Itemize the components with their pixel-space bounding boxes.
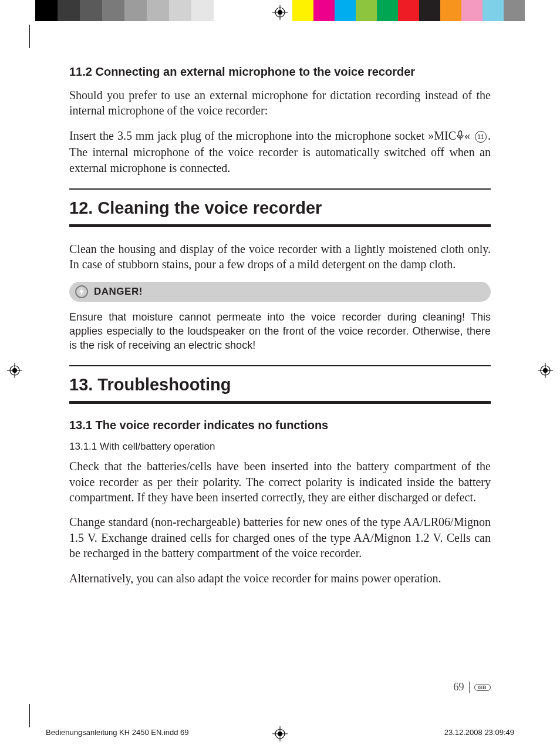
divider-thick [69, 224, 491, 227]
language-badge: GB [474, 684, 491, 691]
registration-mark-icon [538, 363, 553, 378]
divider-thin [69, 188, 491, 190]
swatch [147, 0, 169, 21]
swatch [292, 0, 313, 21]
danger-text: Ensure that moisture cannot permeate int… [69, 310, 491, 353]
slug-filename: Bedienungsanleitung KH 2450 EN.indd 69 [46, 728, 189, 737]
svg-rect-16 [459, 131, 462, 136]
registration-mark-icon [7, 363, 22, 378]
grayscale-calibration-bar [35, 0, 236, 21]
text-fragment: Insert the 3.5 mm jack plug of the micro… [69, 129, 456, 142]
swatch [335, 0, 356, 21]
swatch [169, 0, 191, 21]
swatch [504, 0, 525, 21]
swatch [440, 0, 461, 21]
swatch [483, 0, 504, 21]
divider-vertical [469, 682, 470, 693]
content-area: 11.2 Connecting an external microphone t… [69, 65, 491, 586]
swatch [35, 0, 58, 21]
text-fragment: « [464, 129, 474, 142]
swatch [461, 0, 483, 21]
heading-13-1-1: 13.1.1 With cell/battery operation [69, 441, 491, 453]
swatch [58, 0, 80, 21]
page-number: 69 GB [454, 681, 491, 693]
swatch [80, 0, 102, 21]
swatch [419, 0, 440, 21]
swatch [356, 0, 377, 21]
heading-13-1: 13.1 The voice recorder indicates no fun… [69, 418, 491, 433]
swatch [214, 0, 236, 21]
crop-mark [29, 25, 30, 48]
slug-timestamp: 23.12.2008 23:09:49 [444, 728, 514, 737]
heading-11-2: 11.2 Connecting an external microphone t… [69, 65, 491, 79]
para-12-clean: Clean the housing and display of the voi… [69, 241, 491, 272]
para-13-1-1-b: Change standard (non-rechargeable) batte… [69, 514, 491, 561]
para-11-2-intro: Should you prefer to use an external mic… [69, 87, 491, 119]
page: 11.2 Connecting an external microphone t… [0, 0, 560, 752]
reference-number-11: 11 [475, 131, 487, 143]
microphone-icon [456, 129, 464, 144]
swatch [191, 0, 214, 21]
swatch [377, 0, 398, 21]
swatch [124, 0, 147, 21]
heading-13: 13. Troubleshooting [69, 375, 491, 395]
swatch [102, 0, 124, 21]
lightning-icon [75, 285, 88, 298]
swatch [398, 0, 419, 21]
danger-callout: DANGER! [69, 282, 491, 302]
crop-mark [29, 704, 30, 727]
registration-mark-icon [272, 726, 288, 741]
divider-thick [69, 401, 491, 404]
heading-12: 12. Cleaning the voice recorder [69, 198, 491, 218]
swatch [313, 0, 335, 21]
color-calibration-bar [292, 0, 525, 21]
para-13-1-1-c: Alternatively, you can also adapt the vo… [69, 571, 491, 586]
para-11-2-instruction: Insert the 3.5 mm jack plug of the micro… [69, 128, 491, 176]
registration-mark-icon [272, 5, 288, 20]
para-13-1-1-a: Check that the batteries/cells have been… [69, 458, 491, 505]
danger-label: DANGER! [94, 286, 143, 298]
page-number-value: 69 [454, 681, 464, 693]
divider-thin [69, 365, 491, 366]
